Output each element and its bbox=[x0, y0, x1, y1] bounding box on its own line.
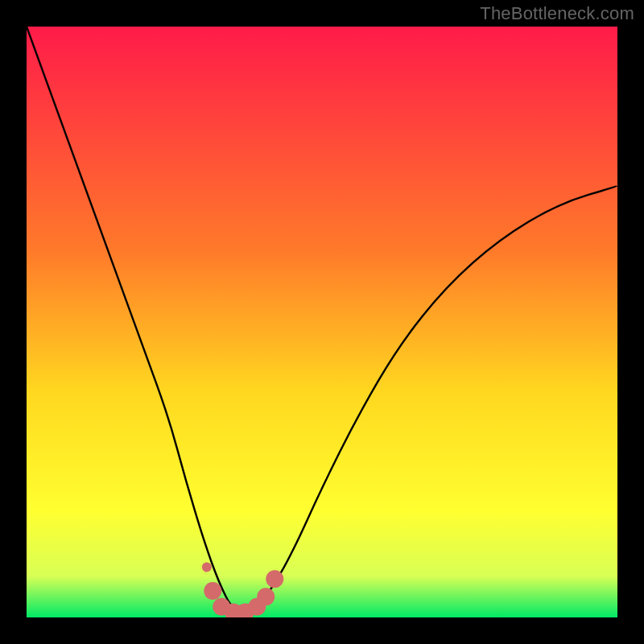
highlight-dot bbox=[257, 588, 275, 605]
highlight-dot bbox=[204, 582, 221, 600]
chart-svg bbox=[27, 27, 617, 617]
gradient-background bbox=[27, 27, 617, 617]
watermark-text: TheBottleneck.com bbox=[480, 3, 634, 24]
plot-area bbox=[27, 27, 617, 617]
chart-frame: TheBottleneck.com bbox=[0, 0, 644, 644]
highlight-dot bbox=[202, 563, 212, 572]
highlight-dot bbox=[266, 570, 283, 588]
